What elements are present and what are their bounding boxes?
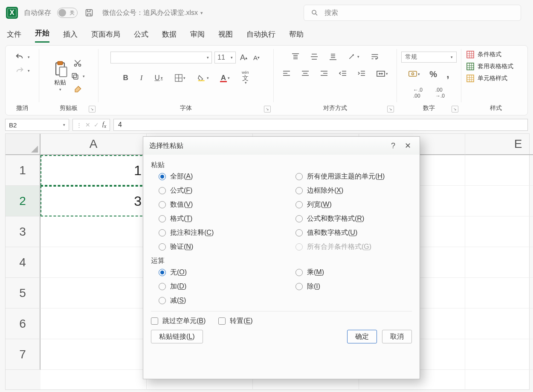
tab-视图[interactable]: 视图	[218, 29, 233, 43]
increase-decimal-button[interactable]: ←.0.00	[411, 86, 424, 100]
tab-自动执行[interactable]: 自动执行	[246, 29, 275, 43]
cell[interactable]	[41, 247, 147, 278]
name-box[interactable]: B2▾	[5, 119, 69, 131]
filename-display[interactable]: 微信公众号：追风办公课堂.xlsx ▾	[102, 9, 203, 17]
phonetic-button[interactable]: wén文▾	[240, 69, 251, 86]
cell[interactable]	[465, 155, 533, 186]
percent-button[interactable]: %	[428, 68, 439, 81]
paste-button[interactable]: 粘贴 ▾	[53, 61, 67, 92]
italic-button[interactable]: I	[139, 72, 145, 84]
cancel-fx-icon[interactable]: ✕	[85, 121, 90, 128]
cell[interactable]	[41, 278, 147, 308]
cell[interactable]	[465, 247, 533, 278]
cell[interactable]	[41, 216, 147, 247]
dialog-titlebar[interactable]: 选择性粘贴 ? ✕	[143, 137, 420, 155]
merge-center-button[interactable]: ▾	[375, 69, 390, 79]
radio-vnum[interactable]: 值和数字格式(U)	[295, 228, 412, 237]
radio-theme[interactable]: 所有使用源主题的单元(H)	[295, 172, 412, 181]
column-header[interactable]: A	[41, 134, 147, 155]
row-header[interactable]: 5	[6, 278, 41, 308]
font-color-button[interactable]: A ▾	[219, 72, 232, 84]
cell[interactable]: 3	[41, 186, 147, 216]
cancel-button[interactable]: 取消	[382, 330, 412, 343]
bold-button[interactable]: B	[121, 72, 130, 84]
cut-button[interactable]	[71, 58, 85, 69]
align-right-button[interactable]	[319, 69, 330, 79]
radio-formulas[interactable]: 公式(F)	[159, 186, 275, 195]
radio-all[interactable]: 全部(A)	[159, 172, 275, 181]
tab-数据[interactable]: 数据	[162, 29, 177, 43]
cell[interactable]	[465, 278, 533, 308]
dialog-launcher-icon[interactable]: ↘	[387, 106, 394, 112]
search-input[interactable]: 搜索	[304, 5, 521, 21]
accounting-format-button[interactable]: ▾	[407, 69, 422, 79]
radio-noborder[interactable]: 边框除外(X)	[295, 186, 412, 195]
decrease-indent-button[interactable]	[337, 69, 348, 79]
style-item[interactable]: 套用表格格式	[466, 63, 513, 70]
number-format-select[interactable]: 常规▾	[401, 52, 457, 63]
row-header[interactable]: 3	[6, 216, 41, 247]
close-button[interactable]: ✕	[402, 140, 414, 152]
dialog-launcher-icon[interactable]: ↘	[264, 106, 271, 112]
radio-validation[interactable]: 验证(N)	[159, 242, 275, 251]
font-size-select[interactable]: 11▾	[214, 52, 236, 63]
radio-mul[interactable]: 乘(M)	[295, 268, 412, 277]
tab-插入[interactable]: 插入	[63, 29, 78, 43]
tab-开始[interactable]: 开始	[35, 28, 49, 43]
wrap-text-button[interactable]	[369, 52, 381, 62]
help-button[interactable]: ?	[387, 140, 399, 152]
tab-公式[interactable]: 公式	[134, 29, 148, 43]
tab-审阅[interactable]: 审阅	[190, 29, 205, 43]
increase-indent-button[interactable]	[356, 69, 367, 79]
cell[interactable]	[465, 339, 533, 370]
borders-button[interactable]: ▾	[173, 73, 187, 83]
align-middle-button[interactable]	[309, 52, 320, 62]
radio-formats[interactable]: 格式(T)	[159, 214, 275, 223]
style-item[interactable]: 单元格样式	[466, 75, 507, 82]
cell[interactable]	[465, 370, 533, 390]
orientation-button[interactable]: ▾	[346, 52, 361, 62]
align-left-button[interactable]	[281, 69, 292, 79]
cell[interactable]	[465, 308, 533, 339]
formula-input[interactable]: 4	[113, 119, 528, 131]
undo-button[interactable]: ▾	[15, 52, 30, 62]
radio-none[interactable]: 无(O)	[159, 268, 275, 277]
row-header[interactable]: 4	[6, 247, 41, 278]
radio-values[interactable]: 数值(V)	[159, 200, 275, 209]
align-bottom-button[interactable]	[327, 52, 339, 62]
cell[interactable]	[465, 186, 533, 216]
radio-div[interactable]: 除(I)	[295, 282, 412, 291]
cell[interactable]: 1	[41, 155, 147, 186]
decrease-decimal-button[interactable]: .00→.0	[434, 86, 446, 100]
grow-font-button[interactable]: A▴	[238, 52, 249, 63]
radio-comments[interactable]: 批注和注释(C)	[159, 228, 275, 237]
underline-button[interactable]: U ▾	[153, 72, 164, 84]
row-header[interactable]: 1	[6, 155, 41, 186]
skip-blanks-checkbox[interactable]: 跳过空单元(B)	[151, 317, 206, 326]
row-header[interactable]: 6	[6, 308, 41, 339]
autosave-toggle[interactable]: 关	[57, 8, 78, 18]
tab-页面布局[interactable]: 页面布局	[91, 29, 120, 43]
align-top-button[interactable]	[290, 52, 301, 62]
radio-sub[interactable]: 减(S)	[159, 296, 275, 305]
cell[interactable]	[41, 370, 147, 390]
radio-add[interactable]: 加(D)	[159, 282, 275, 291]
fx-icon[interactable]: fx	[102, 121, 106, 129]
fill-color-button[interactable]: ▾	[196, 73, 211, 83]
cell[interactable]	[41, 308, 147, 339]
ok-button[interactable]: 确定	[347, 330, 377, 343]
tab-文件[interactable]: 文件	[7, 29, 21, 43]
copy-button[interactable]: ▾	[71, 72, 85, 81]
cell[interactable]	[41, 339, 147, 370]
paste-link-button[interactable]: 粘贴链接(L)	[151, 330, 203, 343]
format-painter-button[interactable]	[71, 84, 85, 95]
cell[interactable]	[465, 216, 533, 247]
select-all-corner[interactable]	[6, 134, 41, 155]
column-header[interactable]: E	[465, 134, 533, 155]
comma-button[interactable]: ,	[445, 67, 451, 81]
fx-dropdown-icon[interactable]: ⋮	[76, 122, 82, 128]
shrink-font-button[interactable]: A▾	[252, 53, 261, 63]
align-center-button[interactable]	[300, 69, 311, 79]
redo-button[interactable]: ▾	[15, 66, 30, 75]
confirm-fx-icon[interactable]: ✓	[94, 121, 99, 128]
